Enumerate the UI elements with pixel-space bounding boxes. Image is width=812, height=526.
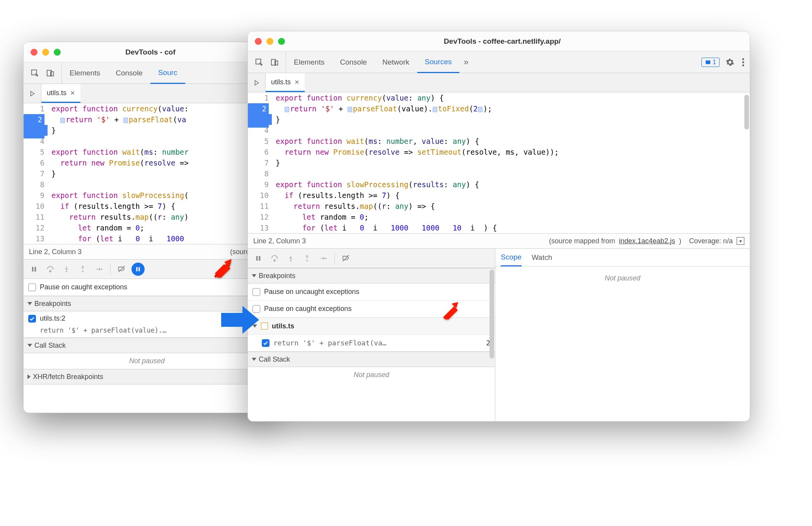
svg-rect-11 <box>136 267 137 271</box>
debugger-split: Breakpoints Pause on uncaught exceptions… <box>248 249 750 421</box>
pause-uncaught-checkbox[interactable] <box>252 288 260 296</box>
svg-point-19 <box>742 64 744 66</box>
breakpoint-item[interactable]: return '$' + parseFloat(va… 2 <box>248 335 495 352</box>
tab-sources[interactable]: Sources <box>417 52 460 73</box>
svg-point-25 <box>306 260 308 261</box>
tab-elements[interactable]: Elements <box>62 62 108 84</box>
annotation-red-arrow-icon <box>213 258 233 278</box>
step-into-button[interactable] <box>284 252 297 265</box>
pause-button[interactable] <box>252 252 265 265</box>
scope-not-paused: Not paused <box>495 266 750 286</box>
svg-point-23 <box>274 260 275 261</box>
breakpoint-checkbox[interactable] <box>262 339 270 347</box>
breakpoint-checkbox[interactable] <box>28 315 36 323</box>
close-window-icon[interactable] <box>255 38 262 45</box>
source-map-link[interactable]: index.1ac4eab2.js <box>619 237 675 245</box>
close-window-icon[interactable] <box>31 49 38 56</box>
callstack-not-paused: Not paused <box>248 367 495 383</box>
tab-scope[interactable]: Scope <box>501 253 522 266</box>
xhr-breakpoints-section-header[interactable]: XHR/fetch Breakpoints <box>24 369 270 384</box>
titlebar: DevTools - coffee-cart.netlify.app/ <box>248 31 750 51</box>
file-tab-utils[interactable]: utils.ts × <box>41 84 80 103</box>
debugger-toolbar <box>24 260 270 279</box>
svg-point-18 <box>742 61 744 63</box>
cursor-position: Line 2, Column 3 <box>29 248 82 256</box>
devtools-window-before: DevTools - cof Elements Console Sourc ut… <box>23 42 271 413</box>
file-tab-label: utils.ts <box>47 89 67 97</box>
navigator-toggle-icon[interactable] <box>248 73 266 92</box>
gear-icon[interactable] <box>723 56 737 69</box>
callstack-section-header[interactable]: Call Stack <box>24 338 270 353</box>
pause-on-caught-row[interactable]: Pause on caught exceptions <box>24 279 270 296</box>
breakpoints-section-header[interactable]: Breakpoints <box>248 268 495 283</box>
tab-network[interactable]: Network <box>375 51 417 73</box>
svg-point-6 <box>49 270 51 272</box>
svg-point-26 <box>325 258 327 259</box>
chevron-down-icon <box>27 302 32 305</box>
step-out-button[interactable] <box>76 263 89 276</box>
close-icon[interactable]: × <box>70 89 75 97</box>
editor-status: Line 2, Column 3 (source ma <box>24 244 270 260</box>
pause-on-exceptions-button[interactable] <box>131 263 145 276</box>
tab-console[interactable]: Console <box>108 62 150 84</box>
pause-uncaught-row[interactable]: Pause on uncaught exceptions <box>248 283 495 301</box>
breakpoint-group[interactable]: utils.ts <box>248 318 495 335</box>
minimize-window-icon[interactable] <box>266 38 273 45</box>
deactivate-breakpoints-button[interactable] <box>115 263 128 276</box>
code-lines: export function currency(value: return '… <box>48 103 270 244</box>
scrollbar-thumb[interactable] <box>490 270 494 359</box>
minimize-window-icon[interactable] <box>42 49 49 56</box>
code-editor[interactable]: 12345678910111213 export function curren… <box>248 92 750 233</box>
step-button[interactable] <box>317 252 330 265</box>
chevron-down-icon <box>27 344 32 347</box>
file-tab-utils[interactable]: utils.ts × <box>266 73 305 92</box>
inspect-element-icon[interactable] <box>28 67 41 80</box>
callstack-section-header[interactable]: Call Stack <box>248 352 495 367</box>
debugger-toolbar <box>248 249 495 268</box>
window-controls <box>255 38 285 45</box>
step-button[interactable] <box>92 263 106 276</box>
svg-rect-21 <box>256 256 258 261</box>
file-tab-label: utils.ts <box>271 78 291 86</box>
code-lines: export function currency(value: any) { r… <box>272 92 750 233</box>
svg-marker-39 <box>221 306 259 334</box>
svg-rect-38 <box>216 265 230 278</box>
navigator-toggle-icon[interactable] <box>24 84 41 103</box>
more-tabs-icon[interactable]: » <box>459 56 473 69</box>
device-toolbar-icon[interactable] <box>268 56 281 69</box>
step-out-button[interactable] <box>300 252 314 265</box>
deactivate-breakpoints-button[interactable] <box>339 252 353 265</box>
breakpoint-label: utils.ts:2 <box>40 314 65 323</box>
pause-button[interactable] <box>27 263 41 276</box>
issues-button[interactable]: 1 <box>701 58 720 67</box>
line-gutter[interactable]: 12345678910111213 <box>24 103 48 244</box>
debugger-right-pane: Scope Watch Not paused <box>495 249 750 421</box>
pause-caught-label: Pause on caught exceptions <box>264 305 351 313</box>
inspect-element-icon[interactable] <box>252 56 266 69</box>
step-over-button[interactable] <box>44 263 57 276</box>
tab-elements[interactable]: Elements <box>286 51 332 73</box>
close-icon[interactable]: × <box>295 78 299 87</box>
svg-point-24 <box>290 260 292 261</box>
svg-point-8 <box>82 271 84 272</box>
debugger-left-pane: Breakpoints Pause on uncaught exceptions… <box>248 249 495 421</box>
pause-caught-checkbox[interactable] <box>28 283 36 291</box>
panel-tabs: Elements Console Network Sources » 1 <box>248 51 750 73</box>
kebab-menu-icon[interactable] <box>737 56 750 69</box>
coverage-status: Coverage: n/a <box>689 237 733 245</box>
scrollbar-thumb[interactable] <box>744 95 749 130</box>
svg-rect-12 <box>138 267 140 271</box>
step-into-button[interactable] <box>60 263 73 276</box>
tab-sources[interactable]: Sourc <box>150 63 185 84</box>
line-gutter[interactable]: 12345678910111213 <box>248 92 272 233</box>
collapse-drawer-icon[interactable]: ▾ <box>737 237 744 245</box>
zoom-window-icon[interactable] <box>278 38 285 45</box>
tab-console[interactable]: Console <box>332 51 375 73</box>
cursor-position: Line 2, Column 3 <box>253 237 306 245</box>
code-editor[interactable]: 12345678910111213 export function curren… <box>24 103 270 244</box>
tab-watch[interactable]: Watch <box>532 253 552 262</box>
zoom-window-icon[interactable] <box>54 49 61 56</box>
panel-tabs: Elements Console Sourc <box>24 62 270 84</box>
step-over-button[interactable] <box>268 252 281 265</box>
device-toolbar-icon[interactable] <box>44 67 57 80</box>
